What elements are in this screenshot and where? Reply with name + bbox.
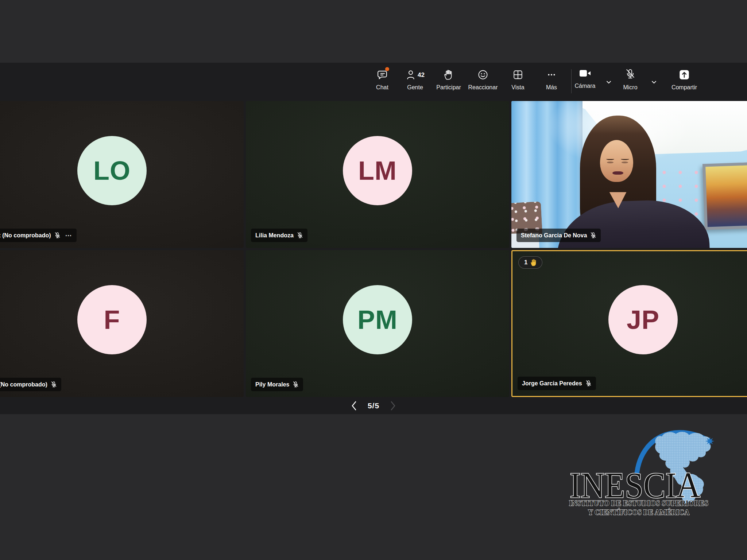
name-label-pill: Stefano Garcia De Nova (516, 229, 601, 242)
share-button[interactable]: Compartir (664, 69, 704, 90)
raised-hand-count: 1 (524, 259, 527, 266)
webcam-video-feed (511, 101, 747, 248)
chevron-right-icon (390, 401, 396, 411)
logo-subtitle-2: Y CIENTÍFICOS DE AMÉRICA (588, 508, 690, 516)
camera-label: Cámara (575, 83, 596, 89)
mic-label: Micro (623, 85, 637, 90)
react-button[interactable]: Reaccionar (463, 69, 503, 90)
mic-muted-icon (585, 380, 592, 387)
camera-icon (579, 69, 591, 78)
smiley-icon (477, 69, 488, 80)
people-label: Gente (407, 85, 423, 90)
participant-name: Jorge Garcia Peredes (522, 380, 582, 387)
picture-frame (703, 162, 747, 230)
participant-tile-fernando[interactable]: F nando (No comprobado) (0, 250, 244, 397)
person-eyebrow (606, 158, 614, 160)
participant-name: Stefano Garcia De Nova (521, 232, 587, 239)
person-eyebrow (621, 158, 629, 160)
page-indicator: 5/5 (368, 401, 379, 410)
share-icon (679, 69, 690, 80)
mic-muted-icon (51, 381, 57, 388)
mic-muted-icon (293, 381, 299, 388)
name-label-pill: nando (No comprobado) (0, 378, 61, 391)
raised-hand-icon (530, 258, 537, 267)
logo-subtitle-1: INSTITUTO DE ESTUDIOS SUPERIORES (569, 499, 708, 508)
mic-button[interactable]: Micro (616, 69, 662, 90)
person-icon (406, 69, 416, 80)
participant-tile-ordaz[interactable]: LO z Ordaz (No comprobado) ⋯ (0, 101, 244, 248)
avatar: JP (608, 285, 678, 354)
mic-muted-icon (54, 232, 61, 239)
participant-grid: LO z Ordaz (No comprobado) ⋯ LM Lilia Me… (0, 101, 747, 397)
page-prev-button[interactable] (351, 401, 357, 411)
chat-icon (377, 69, 388, 81)
react-label: Reaccionar (468, 85, 498, 90)
ellipsis-icon (546, 70, 557, 80)
people-count-badge: 42 (418, 71, 425, 79)
share-label: Compartir (671, 85, 697, 90)
participant-tile-pily-morales[interactable]: PM Pily Morales (246, 250, 509, 397)
camera-button[interactable]: Cámara (571, 69, 616, 89)
more-button[interactable]: Más (531, 69, 572, 90)
name-label-pill: Pily Morales (251, 378, 303, 391)
name-label-pill: Jorge Garcia Peredes (518, 377, 596, 390)
person-eye (622, 162, 628, 163)
page-next-button[interactable] (390, 401, 396, 411)
avatar: LM (343, 136, 412, 205)
logo-star-icon (705, 437, 714, 446)
raise-hand-label: Participar (436, 85, 461, 90)
desktop: { "meeting": { "toolbar": { "chat_label"… (0, 0, 747, 560)
chat-label: Chat (376, 85, 388, 90)
mic-chevron-down-icon[interactable] (651, 79, 657, 85)
mic-muted-icon (625, 69, 635, 79)
person-eye (607, 162, 614, 163)
person-face (600, 140, 633, 182)
participant-name: z Ordaz (No comprobado) (0, 232, 51, 239)
grid-pagination: 5/5 (0, 397, 747, 414)
participant-tile-lilia-mendoza[interactable]: LM Lilia Mendoza (246, 101, 509, 248)
more-options-icon[interactable]: ⋯ (65, 232, 72, 240)
raised-hand-icon (444, 69, 453, 80)
meeting-toolbar: Chat 42 Gente Participar (0, 63, 747, 101)
chat-notification-dot (385, 67, 389, 71)
avatar: F (77, 285, 147, 354)
meeting-window: Chat 42 Gente Participar (0, 63, 747, 414)
grid-view-icon (513, 70, 523, 80)
name-label-pill: Lilia Mendoza (251, 229, 307, 242)
mic-muted-icon (297, 232, 303, 239)
participant-tile-stefano-garcia-video[interactable]: Stefano Garcia De Nova (511, 101, 747, 248)
avatar: PM (343, 285, 412, 354)
mic-muted-icon (590, 232, 596, 239)
person-lips (612, 171, 623, 175)
name-label-pill: z Ordaz (No comprobado) ⋯ (0, 229, 77, 242)
avatar: LO (77, 136, 147, 205)
participant-name: nando (No comprobado) (0, 381, 47, 388)
more-label: Más (546, 85, 557, 90)
view-label: Vista (511, 85, 524, 90)
inescia-logo: INESCIA INSTITUTO DE ESTUDIOS SUPERIORES… (566, 421, 716, 519)
participant-name: Pily Morales (255, 381, 289, 388)
chevron-left-icon (351, 401, 357, 411)
participant-name: Lilia Mendoza (255, 232, 294, 239)
camera-chevron-down-icon[interactable] (606, 79, 611, 85)
raised-hand-badge: 1 (518, 256, 542, 269)
participant-tile-jorge-garcia[interactable]: 1 JP Jorge Garcia Peredes (511, 250, 747, 397)
